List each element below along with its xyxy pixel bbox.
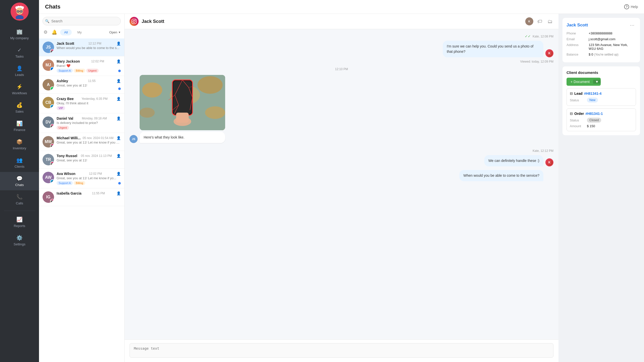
add-document-label: + Document	[571, 80, 590, 84]
sidebar-nav: 🏢 My company ✓ Tasks 👤 Leads ⚡ Workflows…	[0, 25, 39, 250]
avatar: DV 📷	[43, 116, 54, 128]
workflows-icon: ⚡	[16, 84, 23, 90]
chat-item[interactable]: MJ m Mary Jackson 12:02 PM 👤 thanx! ❤️ S…	[39, 56, 124, 76]
chat-list-filters: ⚙ 🔔 All My Open ▼	[39, 28, 124, 38]
doc-id-link[interactable]: #H81341-4	[584, 92, 601, 96]
reports-icon: 📈	[16, 216, 23, 222]
client-more-button[interactable]: ⋯	[628, 22, 636, 28]
doc-status-label: Status	[570, 98, 585, 102]
chat-item[interactable]: DV 📷 Daniel Val Monday, 09:18 AM 👤 Is de…	[39, 113, 124, 133]
chat-item[interactable]: A ✓ Ashley 11:55 👤 Great, see you at 11!	[39, 76, 124, 94]
chat-item[interactable]: TR 📷 Tony Russel 05 nov. 2024 11:13 PM 👤…	[39, 151, 124, 169]
tab-my[interactable]: My	[73, 29, 86, 35]
help-button[interactable]: ? Help	[624, 4, 638, 9]
chat-preview: Great, see you at 11! Let me know if you…	[57, 141, 121, 144]
client-balance-field: Balance $ 0 (You're settled up)	[567, 53, 636, 56]
chat-info: Michael Willi... 05 nov. 2024 01:54 AM 👤…	[57, 136, 121, 144]
client-info-card: Jack Scott ⋯ Phone +380888888888 Email j…	[562, 18, 640, 62]
chevron-down-icon[interactable]: ▼	[593, 80, 601, 84]
instagram-badge: 📷	[50, 161, 54, 165]
sidebar-item-label: Finance	[14, 128, 25, 132]
assign-icon: 👤	[116, 59, 121, 63]
user-avatar[interactable]	[11, 3, 29, 21]
address-value: 123 5th Avanue, New York, W1U 6AG	[589, 43, 636, 51]
search-input-container: 🔍	[43, 17, 121, 25]
assign-icon: 👤	[116, 191, 121, 195]
doc-card-title: ⊟ Lead #H81341-4	[570, 92, 633, 96]
sidebar-item-leads[interactable]: 👤 Leads	[0, 62, 39, 80]
instagram-badge: 📷	[50, 124, 54, 128]
sidebar-item-reports[interactable]: 📈 Reports	[0, 213, 39, 231]
chat-info: Isabella Garcia 11:55 PM 👤	[57, 191, 121, 196]
svg-point-14	[142, 82, 162, 98]
settings-icon: ⚙️	[16, 235, 23, 241]
doc-icon: ⊟	[570, 92, 573, 96]
platform-icon	[130, 17, 139, 26]
tag-button[interactable]: 🏷	[536, 18, 543, 25]
client-documents-section: Client documents + Document ▼ ⊟ Lead #H8…	[562, 66, 640, 135]
client-email-field: Email j.scott@gmail.com	[567, 37, 636, 41]
sidebar-item-label: Reports	[14, 224, 25, 228]
message-input[interactable]	[130, 343, 553, 358]
tab-all[interactable]: All	[60, 29, 72, 35]
notification-filter-button[interactable]: 🔔	[51, 28, 58, 36]
sidebar-item-label: Chats	[15, 183, 24, 187]
svg-point-17	[205, 106, 225, 119]
chat-item[interactable]: IG 📷 Isabella Garcia 11:55 PM 👤	[39, 188, 124, 206]
doc-type-label: Order	[574, 112, 584, 116]
chevron-down-icon: ▼	[118, 31, 121, 34]
sidebar-item-calls[interactable]: 📞 Calls	[0, 190, 39, 209]
message-bubble: I'm sure we can help you. Could you send…	[443, 41, 543, 57]
tag-billing: Billing	[74, 181, 85, 185]
doc-amount-value: $ 150	[587, 124, 595, 128]
sidebar-item-workflows[interactable]: ⚡ Workflows	[0, 80, 39, 99]
chat-time: 05 nov. 2024 11:13 PM	[81, 154, 112, 158]
doc-id-link[interactable]: #H81341-1	[585, 112, 603, 116]
chat-item[interactable]: JS 📷 Jack Scott 12:12 PM 👤 When would yo…	[39, 38, 124, 56]
doc-type-label: Lead	[574, 92, 583, 96]
sidebar-item-chats[interactable]: 💬 Chats	[0, 172, 39, 190]
sidebar-item-clients[interactable]: 👥 Clients	[0, 154, 39, 172]
sidebar-item-finance[interactable]: 📊 Finance	[0, 117, 39, 135]
document-card-order: ⊟ Order #H81341-1 Status Closed Amount $…	[567, 108, 636, 131]
chat-header-actions: K 🏷 🗂	[525, 17, 553, 25]
chat-info: Crazy Bee Yesterday, 6:35 PM 👤 Okay, I'l…	[57, 97, 121, 110]
chat-header: Jack Scott K 🏷 🗂	[125, 14, 558, 29]
svg-point-11	[21, 11, 22, 12]
sidebar-item-my-company[interactable]: 🏢 My company	[0, 25, 39, 43]
sidebar-item-settings[interactable]: ⚙️ Settings	[0, 231, 39, 250]
chat-item[interactable]: MW 📷 Michael Willi... 05 nov. 2024 01:54…	[39, 133, 124, 151]
chat-name-row: Mary Jackson 12:02 PM 👤	[57, 59, 121, 63]
search-input[interactable]	[43, 17, 121, 25]
chat-time: 12:02 PM	[89, 172, 102, 175]
unread-badge	[118, 182, 121, 185]
svg-point-5	[20, 6, 22, 8]
inventory-icon: 📦	[16, 139, 23, 145]
chat-preview: Great, see you at 11!	[57, 158, 121, 162]
open-filter-button[interactable]: Open ▼	[109, 30, 121, 34]
avatar: JS 📷	[43, 41, 54, 53]
messenger-badge: m	[50, 67, 54, 71]
phone-value: +380888888888	[589, 31, 612, 35]
chat-preview: Okay, I'll think about it	[57, 101, 121, 105]
chat-time: Yesterday, 6:35 PM	[82, 97, 107, 101]
sidebar-item-tasks[interactable]: ✓ Tasks	[0, 43, 39, 62]
chat-contact-name: Jack Scott	[142, 19, 164, 24]
chat-item[interactable]: AW ✈ Ava Wilson 12:02 PM 👤 Great, see yo…	[39, 169, 124, 188]
chat-name-row: Jack Scott 12:12 PM 👤	[57, 41, 121, 46]
viewed-label: Viewed: today, 12:09 PM	[130, 60, 553, 63]
avatar: MW 📷	[43, 136, 54, 148]
sidebar-item-label: Settings	[14, 242, 25, 246]
chat-tags: Support A Billing Urgent	[57, 69, 121, 73]
chat-item[interactable]: CB ✈ Crazy Bee Yesterday, 6:35 PM 👤 Okay…	[39, 94, 124, 113]
messages-area: ✓✓ Kate, 12:08 PM I'm sure we can help y…	[125, 29, 558, 339]
filter-icon-button[interactable]: ⚙	[43, 28, 49, 36]
sidebar-item-inventory[interactable]: 📦 Inventory	[0, 135, 39, 154]
add-document-button[interactable]: + Document ▼	[567, 78, 601, 86]
sidebar-item-label: Calls	[16, 201, 23, 205]
sidebar-item-sales[interactable]: 💰 Sales	[0, 99, 39, 117]
sidebar-item-label: Workflows	[12, 91, 27, 95]
archive-button[interactable]: 🗂	[546, 18, 553, 25]
company-icon: 🏢	[16, 29, 23, 35]
chat-tags: Urgent	[57, 126, 121, 130]
